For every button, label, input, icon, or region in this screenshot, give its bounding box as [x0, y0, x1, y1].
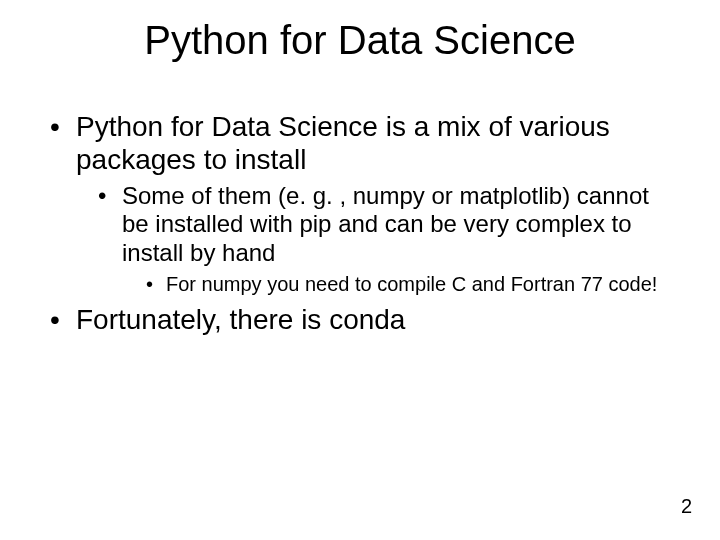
- bullet-list-level2: Some of them (e. g. , numpy or matplotli…: [76, 182, 680, 297]
- bullet-text: For numpy you need to compile C and Fort…: [166, 273, 657, 295]
- page-number: 2: [681, 495, 692, 518]
- bullet-text: Some of them (e. g. , numpy or matplotli…: [122, 182, 649, 266]
- slide: Python for Data Science Python for Data …: [0, 0, 720, 540]
- slide-title: Python for Data Science: [0, 18, 720, 63]
- bullet-text: Python for Data Science is a mix of vari…: [76, 111, 610, 175]
- bullet-item: For numpy you need to compile C and Fort…: [146, 273, 680, 297]
- bullet-item: Some of them (e. g. , numpy or matplotli…: [98, 182, 680, 297]
- bullet-item: Python for Data Science is a mix of vari…: [50, 110, 680, 297]
- bullet-list-level1: Python for Data Science is a mix of vari…: [50, 110, 680, 336]
- bullet-list-level3: For numpy you need to compile C and Fort…: [122, 273, 680, 297]
- bullet-item: Fortunately, there is conda: [50, 303, 680, 336]
- slide-body: Python for Data Science is a mix of vari…: [50, 110, 680, 342]
- bullet-text: Fortunately, there is conda: [76, 304, 405, 335]
